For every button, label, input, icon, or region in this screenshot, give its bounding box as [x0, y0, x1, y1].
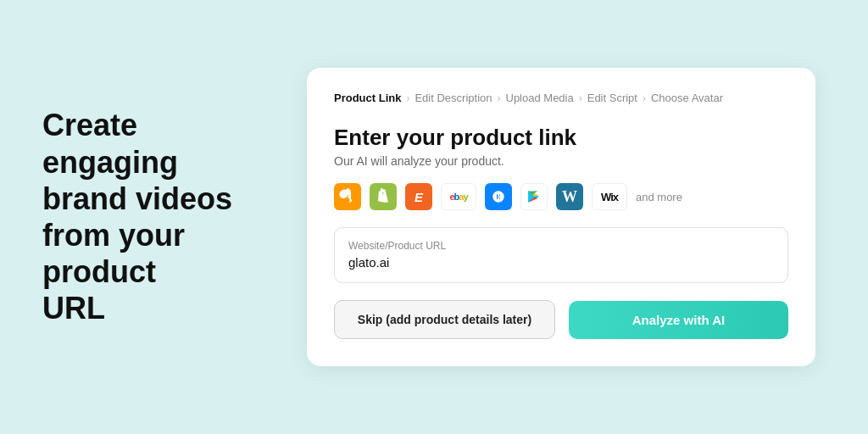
google-play-logo	[520, 183, 548, 210]
breadcrumb-upload-media: Upload Media	[506, 92, 574, 104]
url-input-label: Website/Product URL	[348, 240, 774, 252]
breadcrumb-product-link: Product Link	[334, 92, 401, 104]
appstore-logo	[485, 183, 512, 210]
right-panel: Product Link › Edit Description › Upload…	[271, 42, 868, 392]
and-more-label: and more	[636, 191, 682, 203]
buttons-row: Skip (add product details later) Analyze…	[334, 300, 788, 339]
skip-button[interactable]: Skip (add product details later)	[334, 300, 555, 339]
breadcrumb: Product Link › Edit Description › Upload…	[334, 92, 788, 104]
shopify-logo	[370, 183, 397, 210]
wordpress-logo: W	[556, 183, 583, 210]
left-panel: Create engaging brand videos from your p…	[0, 73, 271, 360]
breadcrumb-sep-4: ›	[643, 92, 646, 104]
breadcrumb-edit-desc: Edit Description	[415, 92, 492, 104]
platform-logos-row: E ebay	[334, 183, 788, 210]
breadcrumb-sep-3: ›	[579, 92, 582, 104]
amazon-logo	[334, 183, 361, 210]
wix-logo: Wix	[592, 183, 627, 210]
breadcrumb-sep-1: ›	[406, 92, 409, 104]
card-subtitle: Our AI will analyze your product.	[334, 154, 788, 168]
breadcrumb-sep-2: ›	[498, 92, 501, 104]
card-title: Enter your product link	[334, 125, 788, 151]
ebay-logo: ebay	[441, 183, 476, 210]
page-headline: Create engaging brand videos from your p…	[42, 107, 237, 326]
url-input-wrapper[interactable]: Website/Product URL	[334, 227, 788, 283]
main-card: Product Link › Edit Description › Upload…	[307, 68, 815, 366]
breadcrumb-edit-script: Edit Script	[587, 92, 637, 104]
breadcrumb-choose-avatar: Choose Avatar	[651, 92, 723, 104]
url-input[interactable]	[348, 255, 774, 270]
etsy-logo: E	[405, 183, 432, 210]
analyze-button[interactable]: Analyze with AI	[569, 301, 788, 339]
